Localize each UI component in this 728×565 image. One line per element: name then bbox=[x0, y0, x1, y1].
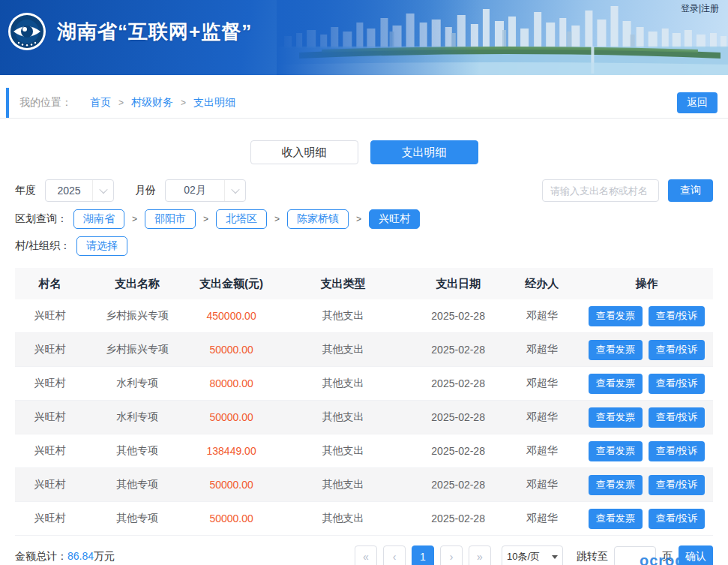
cell-date: 2025-02-28 bbox=[413, 344, 504, 356]
cell-expense-type: 其他支出 bbox=[273, 309, 412, 323]
col-date: 支出日期 bbox=[413, 277, 504, 291]
view-complaint-button[interactable]: 查看/投诉 bbox=[649, 509, 706, 529]
cell-expense-name: 乡村振兴专项 bbox=[85, 343, 190, 356]
region-button[interactable]: 湖南省 bbox=[73, 209, 124, 229]
brand: 湖南省“互联网+监督” bbox=[7, 12, 252, 51]
col-actions: 操作 bbox=[580, 277, 713, 291]
org-label: 村/社组织： bbox=[15, 239, 70, 253]
col-expense-name: 支出名称 bbox=[85, 277, 190, 291]
view-invoice-button[interactable]: 查看发票 bbox=[589, 340, 643, 360]
login-register-link[interactable]: 登录|注册 bbox=[681, 2, 719, 15]
col-operator: 经办人 bbox=[504, 277, 580, 291]
table-row: 兴旺村其他专项50000.00其他支出2025-02-28邓超华查看发票查看/投… bbox=[15, 468, 713, 502]
jump-label: 跳转至 bbox=[577, 550, 608, 563]
cell-expense-name: 乡村振兴专项 bbox=[85, 309, 190, 323]
region-separator: > bbox=[203, 214, 208, 224]
tab-income-detail[interactable]: 收入明细 bbox=[250, 140, 358, 164]
view-invoice-button[interactable]: 查看发票 bbox=[589, 509, 643, 529]
month-select[interactable]: 02月 bbox=[165, 179, 246, 202]
table-row: 兴旺村乡村振兴专项450000.00其他支出2025-02-28邓超华查看发票查… bbox=[15, 299, 713, 333]
cell-operator: 邓超华 bbox=[504, 377, 580, 390]
search-button[interactable]: 查询 bbox=[668, 179, 713, 202]
cell-village: 兴旺村 bbox=[15, 512, 85, 525]
view-invoice-button[interactable]: 查看发票 bbox=[589, 475, 643, 495]
cell-expense-name: 其他专项 bbox=[85, 478, 190, 491]
view-complaint-button[interactable]: 查看/投诉 bbox=[649, 475, 706, 495]
cell-village: 兴旺村 bbox=[15, 444, 85, 458]
back-button[interactable]: 返回 bbox=[677, 92, 718, 113]
table-header-row: 村名 支出名称 支出金额(元) 支出类型 支出日期 经办人 操作 bbox=[15, 268, 713, 299]
breadcrumb-bar: 我的位置： 首页 > 村级财务 > 支出明细 返回 bbox=[0, 88, 728, 119]
cell-operator: 邓超华 bbox=[504, 309, 580, 323]
cell-village: 兴旺村 bbox=[15, 309, 85, 323]
view-invoice-button[interactable]: 查看发票 bbox=[589, 306, 643, 326]
cell-expense-name: 水利专项 bbox=[85, 410, 190, 424]
cell-operator: 邓超华 bbox=[504, 512, 580, 525]
page-size-select[interactable]: 10条/页 bbox=[502, 545, 563, 565]
detail-tabs: 收入明细 支出明细 bbox=[0, 140, 728, 164]
cell-date: 2025-02-28 bbox=[413, 445, 504, 457]
cell-village: 兴旺村 bbox=[15, 377, 85, 390]
region-button[interactable]: 兴旺村 bbox=[369, 209, 420, 229]
col-expense-type: 支出类型 bbox=[273, 277, 412, 291]
cell-date: 2025-02-28 bbox=[413, 411, 504, 423]
table-row: 兴旺村水利专项50000.00其他支出2025-02-28邓超华查看发票查看/投… bbox=[15, 401, 713, 434]
breadcrumb: 我的位置： 首页 > 村级财务 > 支出明细 返回 bbox=[6, 88, 728, 118]
view-complaint-button[interactable]: 查看/投诉 bbox=[649, 441, 706, 461]
view-complaint-button[interactable]: 查看/投诉 bbox=[649, 306, 706, 326]
cell-amount: 138449.00 bbox=[190, 445, 274, 457]
view-complaint-button[interactable]: 查看/投诉 bbox=[649, 340, 706, 360]
region-button[interactable]: 邵阳市 bbox=[145, 209, 196, 229]
page-number-button[interactable]: 1 bbox=[412, 545, 434, 565]
cell-village: 兴旺村 bbox=[15, 478, 85, 491]
org-filter-row: 村/社组织： 请选择 bbox=[15, 236, 713, 256]
view-complaint-button[interactable]: 查看/投诉 bbox=[649, 374, 706, 394]
cell-actions: 查看发票查看/投诉 bbox=[580, 340, 713, 360]
cell-expense-name: 其他专项 bbox=[85, 444, 190, 458]
breadcrumb-village-finance[interactable]: 村级财务 bbox=[131, 96, 173, 110]
cell-date: 2025-02-28 bbox=[413, 512, 504, 524]
cell-expense-type: 其他支出 bbox=[273, 444, 412, 458]
col-amount: 支出金额(元) bbox=[190, 277, 274, 291]
cell-expense-type: 其他支出 bbox=[273, 478, 412, 491]
cell-village: 兴旺村 bbox=[15, 410, 85, 424]
year-select[interactable]: 2025 bbox=[45, 179, 114, 202]
region-separator: > bbox=[274, 214, 280, 224]
prev-page-button[interactable]: ‹ bbox=[383, 545, 406, 565]
last-page-button[interactable]: » bbox=[469, 545, 491, 565]
search-input[interactable] bbox=[542, 179, 659, 202]
region-button[interactable]: 北塔区 bbox=[216, 209, 267, 229]
page: 登录|注册 湖南省“互联网+监督” 我的位置： 首页 bbox=[0, 0, 728, 565]
site-title: 湖南省“互联网+监督” bbox=[57, 19, 252, 45]
org-select-button[interactable]: 请选择 bbox=[76, 236, 127, 256]
cell-actions: 查看发票查看/投诉 bbox=[580, 441, 713, 461]
chevron-down-icon bbox=[92, 180, 113, 201]
region-separator: > bbox=[356, 214, 361, 224]
confirm-button[interactable]: 确认 bbox=[679, 545, 713, 565]
cell-amount: 50000.00 bbox=[190, 344, 274, 356]
cell-actions: 查看发票查看/投诉 bbox=[580, 475, 713, 495]
top-banner: 登录|注册 湖南省“互联网+监督” bbox=[0, 0, 728, 75]
view-invoice-button[interactable]: 查看发票 bbox=[589, 441, 643, 461]
year-select-value: 2025 bbox=[46, 185, 92, 197]
tab-expense-detail[interactable]: 支出明细 bbox=[370, 140, 478, 164]
skyline-fade-overlay bbox=[277, 0, 728, 75]
first-page-button[interactable]: « bbox=[355, 545, 377, 565]
breadcrumb-separator: > bbox=[181, 98, 186, 108]
expense-table: 村名 支出名称 支出金额(元) 支出类型 支出日期 经办人 操作 兴旺村乡村振兴… bbox=[15, 268, 713, 536]
view-invoice-button[interactable]: 查看发票 bbox=[589, 374, 643, 394]
cell-village: 兴旺村 bbox=[15, 343, 85, 356]
breadcrumb-expense-detail[interactable]: 支出明细 bbox=[193, 96, 235, 110]
table-body: 兴旺村乡村振兴专项450000.00其他支出2025-02-28邓超华查看发票查… bbox=[15, 299, 713, 536]
cell-operator: 邓超华 bbox=[504, 478, 580, 491]
breadcrumb-home[interactable]: 首页 bbox=[90, 96, 111, 110]
cell-amount: 50000.00 bbox=[190, 512, 274, 524]
total-value: 86.84 bbox=[67, 550, 94, 562]
view-complaint-button[interactable]: 查看/投诉 bbox=[649, 407, 706, 428]
view-invoice-button[interactable]: 查看发票 bbox=[589, 407, 643, 428]
region-button[interactable]: 陈家桥镇 bbox=[287, 209, 349, 229]
cell-operator: 邓超华 bbox=[504, 410, 580, 424]
chevron-down-icon bbox=[224, 180, 245, 201]
cell-amount: 450000.00 bbox=[190, 310, 274, 322]
next-page-button[interactable]: › bbox=[440, 545, 463, 565]
